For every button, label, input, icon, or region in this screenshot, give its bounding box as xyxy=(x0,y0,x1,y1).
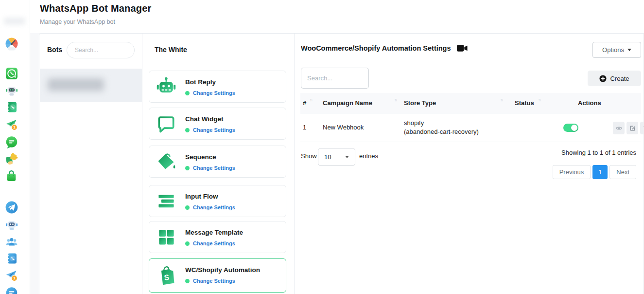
sidebar-item-whatsapp-chat[interactable] xyxy=(5,135,18,149)
bots-search-input[interactable] xyxy=(67,42,135,58)
options-button-label: Options xyxy=(602,46,624,54)
feature-card-sequence[interactable]: Sequence Change Settings xyxy=(149,146,286,178)
sidebar-item-whatsapp-contacts[interactable] xyxy=(5,100,18,114)
sidebar-item-whatsapp-broadcast[interactable]: 1 xyxy=(5,118,18,131)
col-header-num[interactable]: # xyxy=(303,99,306,107)
campaign-search-input[interactable] xyxy=(301,68,369,89)
sidebar-item-store[interactable] xyxy=(5,169,18,183)
toggle-knob xyxy=(571,125,577,131)
plus-circle-icon xyxy=(599,75,607,82)
status-toggle[interactable] xyxy=(563,124,578,132)
edit-icon xyxy=(629,125,636,132)
entries-label: entries xyxy=(359,152,378,160)
sidebar-item-telegram-broadcast[interactable]: 1 xyxy=(5,269,18,282)
feature-card-bot-reply[interactable]: Bot Reply Change Settings xyxy=(149,71,286,103)
sort-icon[interactable]: ↑↓ xyxy=(394,97,397,102)
edit-button[interactable] xyxy=(627,122,638,134)
change-settings-link[interactable]: Change Settings xyxy=(193,165,235,171)
cell-num: 1 xyxy=(303,124,306,131)
bots-panel-label: Bots xyxy=(47,46,62,54)
sort-icon[interactable]: ↑↓ xyxy=(310,97,312,102)
options-button[interactable]: Options xyxy=(592,42,641,58)
page-size-select[interactable]: 10 xyxy=(318,148,355,166)
status-dot xyxy=(185,279,190,283)
bot-reply-icon xyxy=(155,75,177,98)
shopify-icon: S xyxy=(155,264,177,287)
svg-text:S: S xyxy=(164,273,170,282)
contacts-book-icon xyxy=(5,100,18,114)
panel-divider xyxy=(142,34,142,294)
broadcast-plane-blue-icon: 1 xyxy=(5,269,18,282)
users-group-icon xyxy=(5,235,18,249)
feature-card-input-flow[interactable]: Input Flow Change Settings xyxy=(149,185,286,217)
caret-down-icon xyxy=(627,49,631,51)
video-tutorial-icon[interactable] xyxy=(457,44,468,52)
chat-widget-icon xyxy=(155,112,177,135)
show-label: Show xyxy=(301,152,317,160)
change-settings-link[interactable]: Change Settings xyxy=(193,204,235,210)
sidebar-item-integrations[interactable] xyxy=(5,152,18,165)
feature-title: Message Template xyxy=(185,229,243,236)
col-header-store[interactable]: Store Type xyxy=(404,99,436,107)
feature-card-wc-shopify-automation[interactable]: S WC/Shopify Automation Change Settings xyxy=(149,258,286,293)
status-dot xyxy=(185,128,190,132)
robot-icon xyxy=(5,84,18,97)
col-header-status[interactable]: Status xyxy=(515,99,534,107)
sidebar-item-telegram-contacts[interactable] xyxy=(5,252,18,265)
change-settings-link[interactable]: Change Settings xyxy=(193,127,235,133)
sidebar-item-telegram-group[interactable] xyxy=(5,235,18,249)
bot-name-blurred xyxy=(48,78,104,91)
message-template-icon xyxy=(155,226,177,248)
sort-icon[interactable]: ↑↓ xyxy=(538,97,540,102)
cell-store-line1: shopify xyxy=(404,119,424,127)
change-settings-link[interactable]: Change Settings xyxy=(193,240,235,246)
previous-page-button[interactable]: Previous xyxy=(553,165,591,179)
page-header: WhatsApp Bot Manager Manage your WhatsAp… xyxy=(30,0,644,33)
bot-list-item-selected[interactable] xyxy=(40,69,142,102)
feature-card-chat-widget[interactable]: Chat Widget Change Settings xyxy=(149,108,286,140)
caret-down-icon xyxy=(345,156,349,158)
badge-count: 1 xyxy=(13,125,16,129)
feature-card-message-template[interactable]: Message Template Change Settings xyxy=(149,221,286,253)
current-page-button[interactable]: 1 xyxy=(592,165,608,179)
puzzle-icon xyxy=(5,152,18,165)
change-settings-link[interactable]: Change Settings xyxy=(193,278,235,284)
col-header-campaign[interactable]: Campaign Name xyxy=(323,99,372,107)
cell-campaign: New Webhook xyxy=(323,124,364,131)
status-dot xyxy=(185,91,190,95)
blurred-logo xyxy=(4,18,25,25)
delete-button[interactable] xyxy=(640,122,644,134)
change-settings-link[interactable]: Change Settings xyxy=(193,90,235,96)
table-row: 1 New Webhook shopify (abandoned-cart-re… xyxy=(300,114,641,142)
whatsapp-icon xyxy=(5,67,18,80)
sidebar-item-telegram-chat[interactable] xyxy=(5,286,18,294)
app: 1 xyxy=(0,0,644,294)
sidebar-item-telegram[interactable] xyxy=(5,201,18,214)
shopping-bag-icon xyxy=(5,169,18,183)
col-header-actions[interactable]: Actions xyxy=(578,99,601,107)
view-button[interactable] xyxy=(613,122,625,134)
input-flow-icon xyxy=(155,190,177,212)
status-dot xyxy=(185,166,190,170)
sidebar-item-telegram-bot[interactable] xyxy=(5,218,18,232)
eye-icon xyxy=(615,125,623,132)
feature-title: Chat Widget xyxy=(185,115,224,123)
create-button[interactable]: Create xyxy=(588,71,641,86)
trash-icon xyxy=(643,125,644,132)
robot-blue-icon xyxy=(5,218,18,232)
sidebar-item-whatsapp[interactable] xyxy=(5,67,18,80)
showing-info-text: Showing 1 to 1 of 1 entries xyxy=(561,149,636,156)
badge-count: 1 xyxy=(13,276,16,280)
next-page-button[interactable]: Next xyxy=(609,165,636,179)
dashboard-gauge-icon[interactable] xyxy=(5,37,18,51)
chat-bubble-icon xyxy=(5,135,18,149)
cell-store-line2: (abandoned-cart-recovery) xyxy=(404,128,479,135)
table-header: # ↑↓ Campaign Name ↑↓ Store Type ↑↓ Stat… xyxy=(300,93,641,114)
pagination: Previous 1 Next xyxy=(553,165,636,179)
sort-icon[interactable]: ↑↓ xyxy=(500,97,503,102)
selected-bot-name: The White xyxy=(155,46,187,54)
sidebar-item-whatsapp-bot[interactable] xyxy=(5,84,18,97)
chat-bubble-blue-icon xyxy=(5,286,18,294)
status-dot xyxy=(185,205,190,210)
feature-title: WC/Shopify Automation xyxy=(185,266,260,274)
